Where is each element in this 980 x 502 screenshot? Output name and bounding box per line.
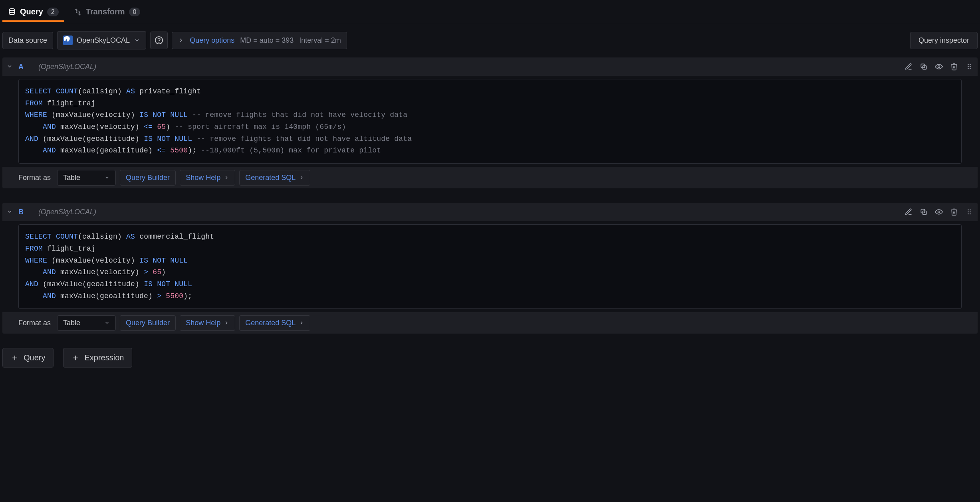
generated-sql-label: Generated SQL <box>245 319 296 327</box>
query-card: B (OpenSkyLOCAL) SELECT C <box>2 203 978 334</box>
drag-handle-icon <box>965 63 973 71</box>
svg-point-8 <box>968 66 969 67</box>
query-footer: Format as Table Query Builder Show Help … <box>2 312 978 334</box>
svg-point-6 <box>968 64 969 65</box>
database-icon <box>8 8 16 16</box>
copy-icon <box>920 63 928 71</box>
query-options-md: MD = auto = 393 <box>240 36 294 45</box>
transform-icon <box>74 8 82 16</box>
format-as-select[interactable]: Table <box>57 170 116 186</box>
query-header[interactable]: A (OpenSkyLOCAL) <box>2 57 978 76</box>
svg-point-17 <box>968 211 969 213</box>
add-actions-row: Query Expression <box>0 348 980 368</box>
query-datasource-name: (OpenSkyLOCAL) <box>38 63 96 71</box>
query-header-actions <box>904 208 974 216</box>
drag-handle-icon <box>965 208 973 216</box>
drag-handle-button[interactable] <box>965 62 974 71</box>
trash-icon <box>950 63 958 71</box>
plus-icon <box>71 354 79 362</box>
chevron-right-icon <box>224 175 229 180</box>
svg-point-10 <box>968 68 969 69</box>
data-source-select[interactable]: OpenSkyLOCAL <box>57 31 146 49</box>
trash-button[interactable] <box>950 62 958 71</box>
tab-transform-label: Transform <box>86 7 125 16</box>
add-query-label: Query <box>24 353 45 362</box>
eye-icon <box>935 63 943 71</box>
trash-button[interactable] <box>950 208 958 216</box>
svg-point-15 <box>968 209 969 211</box>
chevron-down-icon <box>6 208 14 215</box>
format-as-label: Format as <box>18 174 51 182</box>
data-source-label: Data source <box>2 32 53 49</box>
svg-point-0 <box>9 8 14 10</box>
eye-button[interactable] <box>934 208 943 216</box>
query-builder-label: Query Builder <box>126 319 170 327</box>
query-header-actions <box>904 62 974 71</box>
edit-button[interactable] <box>904 208 913 216</box>
chevron-right-icon <box>224 320 229 326</box>
query-builder-label: Query Builder <box>126 174 170 182</box>
show-help-label: Show Help <box>186 319 220 327</box>
query-toolbar: Data source OpenSkyLOCAL Query options M… <box>0 23 980 57</box>
query-footer: Format as Table Query Builder Show Help … <box>2 167 978 188</box>
edit-icon <box>905 63 913 71</box>
plus-icon <box>11 354 19 362</box>
format-as-value: Table <box>63 174 80 182</box>
svg-point-9 <box>970 66 971 67</box>
add-expression-button[interactable]: Expression <box>63 348 132 368</box>
chevron-down-icon <box>104 320 110 326</box>
tab-transform[interactable]: Transform 0 <box>68 1 146 22</box>
editor-tabs: Query 2 Transform 0 <box>0 0 980 23</box>
svg-point-16 <box>970 209 971 211</box>
chevron-down-icon <box>104 175 110 180</box>
generated-sql-button[interactable]: Generated SQL <box>239 315 310 331</box>
copy-button[interactable] <box>919 208 928 216</box>
query-header[interactable]: B (OpenSkyLOCAL) <box>2 203 978 221</box>
sql-editor[interactable]: SELECT COUNT(callsign) AS private_flight… <box>18 79 962 164</box>
svg-point-7 <box>970 64 971 65</box>
svg-point-18 <box>970 211 971 213</box>
show-help-label: Show Help <box>186 174 220 182</box>
query-builder-button[interactable]: Query Builder <box>120 170 176 186</box>
format-as-select[interactable]: Table <box>57 315 116 331</box>
trash-icon <box>950 208 958 216</box>
query-options-label: Query options <box>190 36 234 45</box>
query-inspector-button[interactable]: Query inspector <box>910 32 978 49</box>
sql-editor[interactable]: SELECT COUNT(callsign) AS commercial_fli… <box>18 224 962 309</box>
svg-point-5 <box>938 66 940 68</box>
query-builder-button[interactable]: Query Builder <box>120 315 176 331</box>
show-help-button[interactable]: Show Help <box>180 315 235 331</box>
eye-icon <box>935 208 943 216</box>
generated-sql-button[interactable]: Generated SQL <box>239 170 310 186</box>
data-source-value: OpenSkyLOCAL <box>77 36 130 45</box>
svg-point-11 <box>970 68 971 69</box>
chevron-right-icon <box>299 320 304 326</box>
eye-button[interactable] <box>934 62 943 71</box>
data-source-help-button[interactable] <box>150 32 168 49</box>
generated-sql-label: Generated SQL <box>245 174 296 182</box>
format-as-value: Table <box>63 319 80 327</box>
postgres-icon <box>63 36 73 45</box>
chevron-right-icon <box>178 37 184 43</box>
format-as-label: Format as <box>18 319 51 327</box>
chevron-down-icon <box>134 37 140 43</box>
copy-button[interactable] <box>919 62 928 71</box>
add-query-button[interactable]: Query <box>2 348 54 368</box>
chevron-down-icon <box>6 63 14 70</box>
query-ref-letter: B <box>18 208 38 216</box>
copy-icon <box>920 208 928 216</box>
query-options-interval: Interval = 2m <box>299 36 341 45</box>
data-source-label-text: Data source <box>8 36 47 45</box>
query-options-button[interactable]: Query options MD = auto = 393 Interval =… <box>172 32 347 49</box>
edit-button[interactable] <box>904 62 913 71</box>
drag-handle-button[interactable] <box>965 208 974 216</box>
query-inspector-label: Query inspector <box>919 36 969 44</box>
add-expression-label: Expression <box>84 353 124 362</box>
svg-point-2 <box>159 42 159 43</box>
tab-transform-badge: 0 <box>129 8 141 16</box>
query-ref-letter: A <box>18 63 38 71</box>
tab-query-label: Query <box>20 7 43 16</box>
tab-query[interactable]: Query 2 <box>2 1 64 22</box>
show-help-button[interactable]: Show Help <box>180 170 235 186</box>
chevron-right-icon <box>299 175 304 180</box>
